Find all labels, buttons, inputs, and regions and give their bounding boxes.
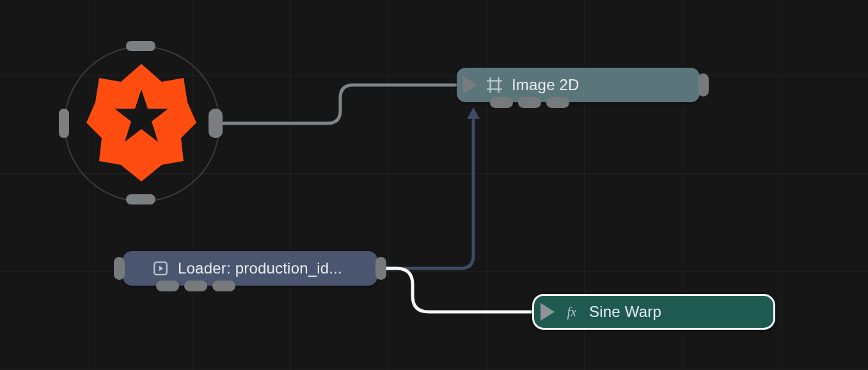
image-2d-output-port[interactable] (698, 73, 709, 96)
wire-loader-to-image2d-arrow (467, 107, 480, 119)
image-2d-param-port-1[interactable] (490, 97, 513, 108)
source-handle-bottom[interactable] (126, 194, 155, 204)
source-handle-top[interactable] (126, 41, 155, 51)
loader-param-port-1[interactable] (156, 281, 179, 291)
wire-loader-to-sinewarp (379, 268, 531, 312)
sine-warp-node[interactable]: fx Sine Warp (532, 294, 775, 330)
frame-crop-icon (486, 77, 503, 93)
play-square-icon (152, 260, 169, 277)
wire-loader-to-image2d (379, 120, 473, 268)
image-2d-param-port-2[interactable] (518, 97, 541, 108)
image-2d-input-port[interactable] (463, 76, 477, 94)
svg-marker-5 (159, 266, 164, 272)
source-handle-left[interactable] (59, 109, 69, 138)
image-2d-label: Image 2D (512, 76, 580, 94)
source-output-port[interactable] (209, 109, 223, 138)
image-2d-param-port-3[interactable] (546, 97, 569, 108)
image-2d-node[interactable]: Image 2D (457, 68, 700, 102)
sine-warp-input-port[interactable] (541, 303, 555, 321)
wire-source-to-image2d (224, 85, 455, 123)
loader-output-port[interactable] (375, 257, 386, 280)
loader-node[interactable]: Loader: production_id... (123, 251, 377, 286)
loader-input-port[interactable] (114, 257, 125, 280)
loader-param-port-2[interactable] (184, 281, 207, 291)
fx-function-icon: fx (564, 304, 580, 320)
gear-star-icon (86, 64, 196, 181)
loader-param-port-3[interactable] (212, 281, 235, 291)
node-graph-canvas[interactable]: Image 2D Loader: production_id... fx Sin… (0, 0, 868, 370)
sine-warp-label: Sine Warp (589, 303, 661, 321)
loader-label: Loader: production_id... (178, 259, 342, 277)
